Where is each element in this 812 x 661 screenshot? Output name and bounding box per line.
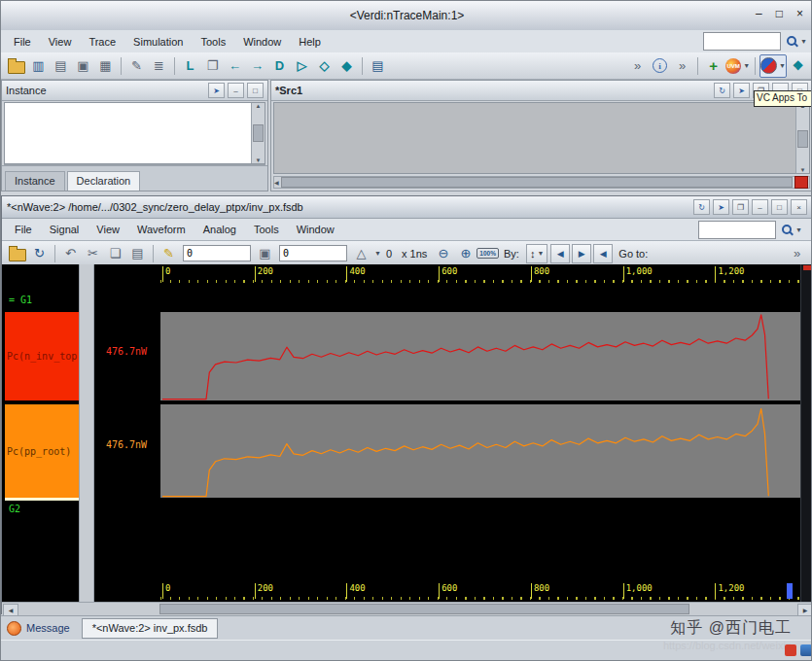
forward-button[interactable]: → — [246, 54, 268, 78]
nwave-reload-waveform-button[interactable]: ↻ — [28, 242, 51, 265]
paste-button[interactable]: ▤ — [126, 242, 149, 265]
tab-instance[interactable]: Instance — [5, 171, 65, 191]
panel-maximize-button[interactable]: □ — [247, 83, 264, 98]
maximize-button[interactable]: □ — [776, 7, 783, 20]
instance-tree-area[interactable]: ▲ ▼ — [4, 102, 265, 164]
toolbar-overflow-button[interactable]: » — [626, 54, 649, 78]
scroll-up-icon[interactable]: ▲ — [256, 103, 262, 109]
undo-button[interactable]: ↶ — [59, 242, 82, 265]
scroll-left-icon[interactable]: ◀ — [274, 179, 279, 186]
sync-stop-icon[interactable] — [794, 176, 808, 189]
scroll-thumb[interactable] — [797, 130, 808, 148]
list-button[interactable]: ≣ — [148, 54, 170, 78]
delta-marker-icon[interactable]: △ — [350, 242, 372, 265]
search-icon[interactable] — [781, 224, 794, 236]
signal-name-panel[interactable]: = G1 Pc(n_inv_top) Pc(pp_root) G2 — [5, 264, 79, 602]
panel-pointer-button[interactable]: ➤ — [733, 83, 750, 98]
verdi-apps-button[interactable]: ❖ — [787, 54, 809, 78]
edit-button[interactable]: ✎ — [125, 54, 148, 78]
close-button[interactable]: × — [796, 7, 803, 20]
run-trace-button[interactable]: ▷ — [291, 54, 313, 78]
nwave-open-button[interactable] — [6, 242, 28, 265]
menu-simulation[interactable]: Simulation — [124, 36, 192, 48]
memory-view-button[interactable]: ▦ — [94, 54, 117, 78]
vc-apps-button[interactable]: ▼ — [759, 54, 787, 78]
copy-button[interactable]: ❏ — [104, 242, 126, 265]
add-app-button[interactable]: + — [702, 54, 724, 78]
nwave-menu-analog[interactable]: Analog — [194, 224, 245, 235]
toolbar-overflow2-button[interactable]: » — [671, 54, 693, 78]
chevron-down-icon[interactable]: ▼ — [374, 250, 381, 257]
jump-previous-button[interactable]: ◀ — [593, 244, 613, 263]
marker-button[interactable]: ✎ — [158, 242, 180, 265]
wave-vscrollbar[interactable] — [800, 264, 812, 602]
cursor-time-input[interactable] — [183, 245, 251, 261]
signal-group-g1[interactable]: = G1 — [9, 295, 32, 305]
main-search-input[interactable] — [703, 32, 781, 51]
cut-button[interactable]: ✂ — [82, 242, 104, 265]
menu-window[interactable]: Window — [234, 36, 290, 48]
panel-minimize-button[interactable]: – — [228, 83, 244, 98]
signal-row-pc-n-inv-top[interactable]: Pc(n_inv_top) — [5, 312, 79, 400]
nwave-menu-file[interactable]: File — [6, 224, 41, 235]
nwave-menu-view[interactable]: View — [88, 224, 128, 235]
search-time-input[interactable] — [279, 245, 347, 261]
nwave-pointer-button[interactable]: ➤ — [713, 199, 729, 215]
search-icon[interactable] — [786, 35, 798, 48]
scroll-thumb[interactable] — [159, 604, 689, 614]
annotate-filled-button[interactable]: ◆ — [335, 54, 358, 78]
nwave-search-input[interactable] — [698, 221, 776, 239]
instance-panel-header[interactable]: Instance ➤ – □ — [2, 81, 267, 101]
tab-declaration[interactable]: Declaration — [67, 171, 141, 191]
schematic-button[interactable]: ▣ — [72, 54, 94, 78]
scroll-thumb[interactable] — [253, 124, 264, 142]
nwave-toolbar-overflow-button[interactable]: » — [786, 242, 808, 265]
search-backward-button[interactable]: ◀ — [550, 244, 570, 263]
scroll-down-icon[interactable]: ▼ — [800, 167, 806, 173]
menu-file[interactable]: File — [5, 36, 40, 48]
load-design-button[interactable]: L — [179, 54, 201, 78]
panel-reload-button[interactable]: ↻ — [714, 83, 730, 98]
search-dropdown-icon[interactable]: ▼ — [800, 38, 807, 45]
source-panel-header[interactable]: *Src1 ↻ ➤ ❐ – □ — [271, 81, 812, 101]
nwave-menu-tools[interactable]: Tools — [245, 224, 288, 235]
minimize-button[interactable]: – — [756, 7, 762, 20]
signal-row-pc-pp-root[interactable]: Pc(pp_root) — [5, 404, 79, 498]
nwave-maximize-button[interactable]: □ — [771, 199, 788, 215]
info-button[interactable]: i — [649, 54, 671, 78]
source-vscrollbar[interactable]: ▲ ▼ — [795, 103, 809, 173]
waveform-canvas[interactable]: 02004006008001,0001,200 02004006008001,0… — [160, 264, 800, 602]
nwave-menu-waveform[interactable]: Waveform — [128, 224, 194, 235]
annotate-open-button[interactable]: ◇ — [313, 54, 335, 78]
tab-message[interactable]: Message — [26, 622, 70, 634]
nwave-minimize-button[interactable]: – — [752, 199, 768, 215]
zoom-in-button[interactable]: ⊕ — [454, 242, 477, 265]
search-dropdown-icon[interactable]: ▼ — [795, 226, 802, 233]
back-button[interactable]: ← — [224, 54, 246, 78]
driver-trace-button[interactable]: D — [268, 54, 291, 78]
wave-hscrollbar[interactable]: ◀ ▶ — [2, 602, 812, 615]
zoom-out-button[interactable]: ⊖ — [432, 242, 454, 265]
panel-pointer-button[interactable]: ➤ — [208, 83, 225, 98]
signal-group-g2[interactable]: G2 — [9, 504, 20, 514]
title-bar[interactable]: <Verdi:nTraceMain:1> – □ × — [1, 1, 812, 31]
tab-nwave-fsdb[interactable]: *<nWave:2> inv_px.fsdb — [82, 618, 219, 639]
menu-view[interactable]: View — [40, 36, 81, 48]
stamp-button[interactable]: ▣ — [254, 242, 276, 265]
zoom-full-button[interactable]: 100% — [477, 248, 499, 259]
nwave-menu-signal[interactable]: Signal — [41, 224, 88, 235]
search-forward-button[interactable]: ▶ — [572, 244, 591, 263]
scroll-down-icon[interactable]: ▼ — [256, 157, 262, 163]
menu-trace[interactable]: Trace — [80, 36, 124, 48]
new-window-button[interactable]: ❐ — [201, 54, 224, 78]
search-by-button[interactable]: ↕ ▼ — [526, 244, 547, 263]
source-hscrollbar[interactable]: ◀ — [273, 176, 810, 189]
source-code-area[interactable]: ▲ ▼ — [273, 102, 810, 174]
nwave-menu-window[interactable]: Window — [288, 224, 343, 235]
nwave-reload-button[interactable]: ↻ — [693, 199, 710, 215]
nwave-layout-button[interactable]: ❐ — [732, 199, 749, 215]
open-file-button[interactable] — [5, 54, 27, 78]
nwave-title-bar[interactable]: *<nWave:2> /home/.../0302_sync/zero_dela… — [2, 196, 812, 219]
scroll-thumb[interactable] — [281, 177, 793, 188]
uvm-apps-button[interactable]: UVM ▼ — [724, 54, 751, 78]
